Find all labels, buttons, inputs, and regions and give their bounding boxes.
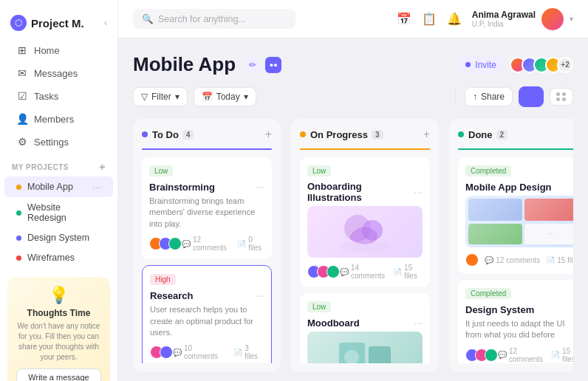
bell-icon[interactable]: 🔔 [447, 12, 462, 26]
projects-list: Mobile App ··· Website Redesign Design S… [0, 176, 117, 268]
user-name: Anima Agrawal [472, 10, 536, 20]
grid-icon [525, 91, 537, 103]
project-item-design-system[interactable]: Design System [4, 228, 113, 247]
invite-button[interactable]: Invite [458, 56, 504, 74]
messages-icon: ✉ [16, 67, 28, 79]
design-preview-2 [524, 199, 574, 221]
toolbar: ▽ Filter ▾ 📅 Today ▾ ↑ Share [133, 86, 573, 107]
share-icon: ↑ [473, 92, 477, 102]
card-stats: 💬 12 comments 📄 0 files [182, 236, 264, 252]
app-logo-text: Project M. [31, 17, 84, 30]
card-onboarding[interactable]: Low Onboarding Illustrations ··· [300, 157, 430, 287]
project-item-mobile-app[interactable]: Mobile App ··· [4, 176, 113, 197]
today-button[interactable]: 📅 Today ▾ [194, 87, 256, 106]
thoughts-desc: We don't have any notice for you. Fill t… [16, 321, 101, 363]
user-info[interactable]: Anima Agrawal U.P, India ▾ [472, 8, 573, 30]
settings-icon: ⚙ [16, 136, 28, 148]
page-header: Mobile App ✏ ●● Invite +2 [133, 53, 573, 76]
svg-rect-4 [369, 346, 391, 363]
project-item-website-redesign[interactable]: Website Redesign [4, 198, 113, 227]
grid-view-button[interactable] [519, 86, 544, 107]
card-more-button[interactable]: ··· [414, 317, 423, 329]
card-title: Onboarding Illustrations [307, 181, 414, 203]
card-research[interactable]: High Research ··· User research helps yo… [142, 265, 272, 363]
home-icon: ⊞ [16, 44, 28, 56]
card-comments: 💬 12 comments [485, 256, 540, 264]
filter-button[interactable]: ▽ Filter ▾ [133, 87, 188, 106]
tasks-icon: ☑ [16, 90, 28, 102]
sidebar-nav: ⊞ Home ✉ Messages ☑ Tasks 👤 Members ⚙ Se… [0, 38, 117, 154]
clipboard-icon[interactable]: 📋 [422, 12, 437, 26]
file-icon: 📄 [393, 268, 402, 276]
card-files: 📄 15 files [551, 347, 573, 363]
card-title: Research [150, 290, 194, 301]
card-moodboard[interactable]: Low Moodboard ··· [300, 293, 430, 363]
column-on-progress-add-button[interactable]: + [423, 128, 430, 141]
link-button[interactable]: ●● [265, 57, 281, 73]
column-on-progress: On Progress 3 + Low Onboarding Illustrat… [291, 119, 439, 372]
card-files: 📄 15 files [393, 264, 423, 280]
card-footer: 💬 10 comments 📄 3 files [150, 344, 264, 360]
column-todo: To Do 4 + Low Brainstorming ··· Brainsto… [133, 119, 281, 372]
sidebar-collapse-button[interactable]: ‹ [104, 18, 107, 28]
column-todo-add-button[interactable]: + [265, 128, 272, 141]
card-desc: It just needs to adapt the UI from what … [465, 318, 573, 341]
filter-chevron-icon: ▾ [175, 92, 180, 102]
card-more-button[interactable]: ··· [256, 181, 264, 193]
write-message-button[interactable]: Write a message [16, 368, 101, 381]
comment-icon: 💬 [485, 256, 493, 264]
calendar-icon[interactable]: 📅 [397, 12, 411, 26]
column-on-progress-cards: Low Onboarding Illustrations ··· [300, 157, 430, 363]
column-done-cards: Completed Mobile App Design ··· ··· [458, 157, 573, 363]
column-dot [300, 131, 306, 137]
dots-icon [556, 92, 567, 101]
search-bar[interactable]: 🔍 Search for anything... [133, 9, 295, 29]
card-desc: User research helps you to create an opt… [150, 304, 264, 338]
thoughts-icon: 💡 [16, 286, 101, 305]
search-placeholder: Search for anything... [158, 14, 246, 24]
sidebar-item-home[interactable]: ⊞ Home [4, 39, 113, 61]
sidebar-item-settings[interactable]: ⚙ Settings [4, 131, 113, 153]
page-title: Mobile App [133, 53, 236, 76]
card-title: Mobile App Design [465, 182, 552, 193]
avatar [327, 265, 340, 278]
card-files: 📄 3 files [233, 344, 264, 360]
project-more-icon[interactable]: ··· [92, 181, 101, 193]
card-more-button[interactable]: ··· [572, 303, 573, 315]
card-image [307, 332, 423, 363]
card-mobile-app-design[interactable]: Completed Mobile App Design ··· ··· [458, 157, 573, 274]
add-project-button[interactable]: + [99, 161, 106, 173]
card-avatars [465, 349, 498, 362]
design-preview-1 [468, 199, 522, 221]
sidebar-item-members[interactable]: 👤 Members [4, 108, 113, 130]
priority-badge: Low [307, 165, 331, 176]
search-icon: 🔍 [142, 13, 154, 24]
card-comments: 💬 12 comments [182, 236, 231, 252]
avatar-count: +2 [557, 57, 573, 73]
column-todo-cards: Low Brainstorming ··· Brainstorming brin… [142, 157, 272, 363]
page-content: Mobile App ✏ ●● Invite +2 [118, 38, 588, 381]
card-more-button[interactable]: ··· [255, 289, 264, 301]
app-logo-icon [10, 15, 27, 31]
card-design-system[interactable]: Completed Design System ··· It just need… [458, 280, 573, 363]
column-done-count: 2 [496, 130, 508, 140]
priority-badge: Completed [465, 165, 511, 176]
sidebar: Project M. ‹ ⊞ Home ✉ Messages ☑ Tasks 👤… [0, 0, 118, 381]
sidebar-item-tasks[interactable]: ☑ Tasks [4, 85, 113, 107]
project-item-wireframes[interactable]: Wireframes [4, 248, 113, 267]
card-more-button[interactable]: ··· [572, 181, 573, 193]
share-button[interactable]: ↑ Share [465, 87, 513, 106]
card-comments: 💬 10 comments [173, 344, 228, 360]
column-done-bar [458, 148, 573, 150]
file-icon: 📄 [546, 256, 555, 264]
sidebar-item-messages[interactable]: ✉ Messages [4, 62, 113, 84]
card-more-button[interactable]: ··· [414, 186, 423, 198]
card-title: Moodboard [307, 318, 360, 329]
card-brainstorming[interactable]: Low Brainstorming ··· Brainstorming brin… [142, 157, 272, 259]
list-view-button[interactable] [550, 88, 573, 106]
edit-title-button[interactable]: ✏ [245, 57, 261, 73]
card-comments: 💬 14 comments [340, 264, 387, 280]
my-projects-section: MY PROJECTS + [0, 154, 117, 176]
user-location: U.P, India [472, 20, 536, 28]
page-title-actions: ✏ ●● [245, 57, 281, 73]
